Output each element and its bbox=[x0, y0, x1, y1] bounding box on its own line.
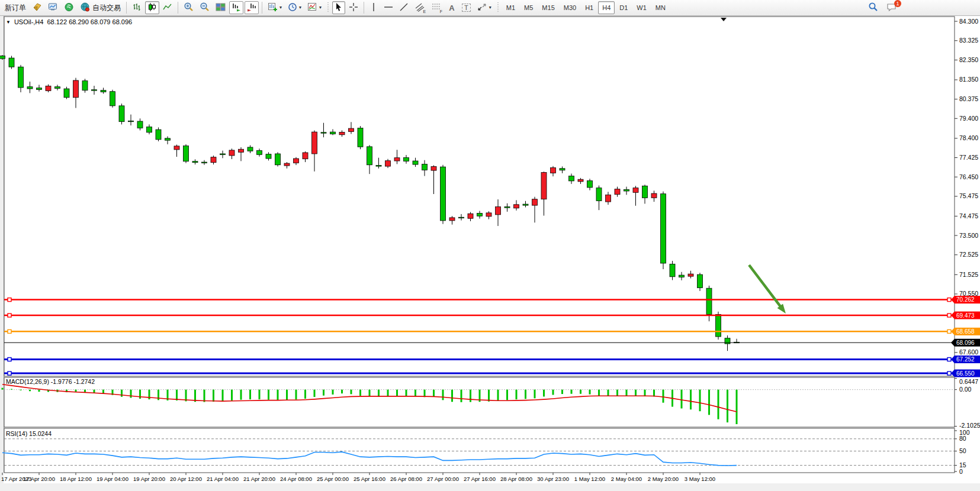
toolbar: 新订单 自动交易 ▾ ▾ bbox=[0, 0, 980, 16]
new-chart-button[interactable]: ▾ bbox=[265, 1, 284, 14]
svg-text:77.425: 77.425 bbox=[959, 154, 978, 161]
svg-text:2 May 04:00: 2 May 04:00 bbox=[611, 476, 642, 482]
svg-text:83.325: 83.325 bbox=[959, 37, 978, 44]
new-order-button[interactable]: 新订单 bbox=[2, 1, 28, 14]
svg-text:2 May 20:00: 2 May 20:00 bbox=[648, 476, 679, 482]
chat-button[interactable]: 1 bbox=[884, 1, 899, 14]
svg-text:25 Apr 00:00: 25 Apr 00:00 bbox=[317, 476, 349, 482]
fibonacci-sub-label: F bbox=[440, 9, 442, 14]
order-ticket-button[interactable] bbox=[30, 1, 44, 14]
auto-trading-button[interactable]: 自动交易 bbox=[78, 1, 123, 14]
timeframe-button-m30[interactable]: M30 bbox=[560, 1, 580, 14]
price-chart[interactable]: 84.30083.32582.35081.35080.37579.40078.4… bbox=[0, 16, 980, 491]
tile-windows-icon bbox=[216, 2, 226, 14]
svg-text:84.300: 84.300 bbox=[959, 18, 978, 25]
macd-pane[interactable] bbox=[4, 377, 955, 427]
main-pane[interactable] bbox=[4, 17, 955, 376]
candlestick-chart-button[interactable] bbox=[145, 1, 159, 14]
channel-sub-label: E bbox=[423, 9, 426, 14]
zoom-in-button[interactable] bbox=[181, 1, 196, 14]
toolbar-grip bbox=[497, 2, 499, 13]
macd-indicator-label: MACD(12,26,9) -1.9776 -1.2742 bbox=[6, 378, 95, 385]
svg-text:0.00: 0.00 bbox=[959, 386, 972, 393]
chart-window: 84.30083.32582.35081.35080.37579.40078.4… bbox=[0, 16, 980, 491]
periods-button[interactable]: ▾ bbox=[285, 1, 304, 14]
line-chart-icon bbox=[163, 2, 172, 14]
chevron-down-icon: ▾ bbox=[319, 5, 322, 10]
rsi-pane[interactable] bbox=[4, 428, 955, 473]
collapse-triangle-icon[interactable]: ▼ bbox=[6, 20, 11, 25]
svg-text:26 Apr 08:00: 26 Apr 08:00 bbox=[390, 476, 422, 482]
separator bbox=[126, 2, 127, 14]
bar-chart-button[interactable] bbox=[130, 1, 144, 14]
chart-title: ▼ USOil-,H4 68.122 68.290 68.079 68.096 bbox=[6, 18, 132, 25]
arrows-tool-button[interactable]: ▾ bbox=[474, 1, 494, 14]
chart-shift-icon bbox=[247, 2, 256, 14]
svg-text:21 Apr 20:00: 21 Apr 20:00 bbox=[243, 476, 275, 482]
tile-windows-button[interactable] bbox=[213, 1, 228, 14]
svg-text:17 Apr 20:00: 17 Apr 20:00 bbox=[23, 476, 55, 482]
svg-text:66.550: 66.550 bbox=[956, 370, 975, 377]
svg-text:78.400: 78.400 bbox=[959, 134, 978, 141]
svg-text:68.658: 68.658 bbox=[956, 328, 975, 335]
clock-icon bbox=[288, 2, 297, 14]
arrows-icon bbox=[477, 2, 487, 14]
terminal-icon bbox=[48, 2, 58, 14]
rsi-indicator-label: RSI(14) 15.0244 bbox=[6, 430, 52, 437]
terminal-button[interactable] bbox=[46, 1, 60, 14]
text-tool-button[interactable]: A bbox=[445, 1, 458, 14]
timeframe-button-m1[interactable]: M1 bbox=[502, 1, 519, 14]
search-button[interactable] bbox=[866, 1, 881, 14]
new-chart-icon bbox=[268, 2, 278, 14]
timeframe-button-mn[interactable]: MN bbox=[651, 1, 670, 14]
indicators-icon bbox=[307, 2, 317, 14]
svg-text:20 Apr 12:00: 20 Apr 12:00 bbox=[170, 476, 202, 482]
svg-text:-2.1025: -2.1025 bbox=[959, 422, 980, 429]
svg-text:1 May 12:00: 1 May 12:00 bbox=[574, 476, 605, 482]
zoom-out-icon bbox=[200, 2, 210, 14]
separator bbox=[178, 2, 178, 14]
separator bbox=[364, 2, 364, 14]
auto-scroll-button[interactable] bbox=[229, 1, 243, 14]
svg-text:71.525: 71.525 bbox=[959, 271, 978, 278]
equidistant-channel-tool-button[interactable]: E bbox=[412, 1, 428, 14]
signals-icon bbox=[64, 2, 74, 14]
vertical-line-tool-button[interactable] bbox=[367, 1, 380, 14]
line-chart-button[interactable] bbox=[160, 1, 175, 14]
svg-text:68.096: 68.096 bbox=[956, 340, 975, 346]
horizontal-line-icon bbox=[384, 4, 393, 12]
trendline-tool-button[interactable] bbox=[397, 1, 411, 14]
svg-text:19 Apr 20:00: 19 Apr 20:00 bbox=[133, 476, 165, 482]
chart-shift-button[interactable] bbox=[245, 1, 259, 14]
timeframe-button-h4[interactable]: H4 bbox=[598, 1, 615, 14]
symbol-label: USOil-,H4 bbox=[14, 18, 44, 25]
timeframe-button-h1[interactable]: H1 bbox=[581, 1, 597, 14]
timeframe-button-d1[interactable]: D1 bbox=[615, 1, 632, 14]
indicators-button[interactable]: ▾ bbox=[305, 1, 324, 14]
vertical-line-icon bbox=[371, 2, 377, 14]
svg-text:67.600: 67.600 bbox=[959, 348, 978, 356]
order-ticket-icon bbox=[32, 2, 42, 14]
svg-text:21 Apr 04:00: 21 Apr 04:00 bbox=[207, 476, 239, 482]
trendline-icon bbox=[399, 2, 409, 14]
separator bbox=[262, 2, 262, 14]
text-label-tool-button[interactable]: T bbox=[460, 1, 473, 14]
timeframe-button-m5[interactable]: M5 bbox=[520, 1, 537, 14]
svg-text:67.252: 67.252 bbox=[956, 356, 975, 363]
svg-text:27 Apr 16:00: 27 Apr 16:00 bbox=[464, 476, 496, 482]
zoom-out-button[interactable] bbox=[197, 1, 212, 14]
timeframe-button-w1[interactable]: W1 bbox=[632, 1, 651, 14]
horizontal-line-tool-button[interactable] bbox=[381, 1, 396, 14]
cursor-tool-button[interactable] bbox=[332, 1, 345, 14]
svg-text:73.500: 73.500 bbox=[959, 232, 978, 239]
timeframe-button-m15[interactable]: M15 bbox=[538, 1, 558, 14]
svg-text:75.475: 75.475 bbox=[959, 192, 978, 199]
svg-text:69.473: 69.473 bbox=[956, 312, 975, 319]
svg-text:76.450: 76.450 bbox=[959, 173, 978, 180]
crosshair-tool-button[interactable] bbox=[346, 1, 361, 14]
auto-trading-icon bbox=[80, 2, 91, 14]
toolbar-grip bbox=[327, 2, 329, 13]
text-label-icon: T bbox=[462, 4, 471, 12]
signals-button[interactable] bbox=[62, 1, 76, 14]
fibonacci-tool-button[interactable]: F bbox=[429, 1, 444, 14]
